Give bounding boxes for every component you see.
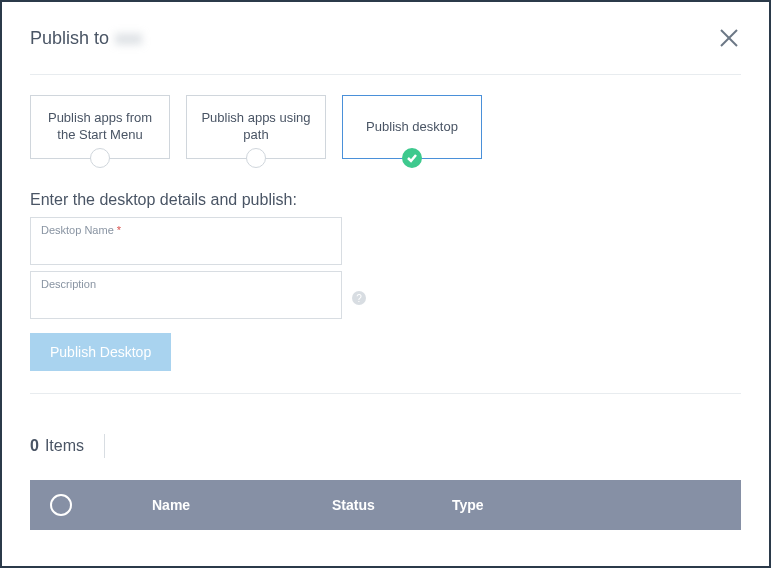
dialog-title: Publish to xxx: [30, 28, 142, 49]
col-type: Type: [452, 497, 721, 513]
close-icon[interactable]: [717, 26, 741, 50]
desktop-name-label: Desktop Name *: [41, 224, 121, 236]
section-label: Enter the desktop details and publish:: [30, 191, 741, 209]
tab-label: Publish desktop: [366, 119, 458, 136]
required-asterisk: *: [117, 224, 121, 236]
tab-label: Publish apps using path: [197, 110, 315, 144]
col-status: Status: [332, 497, 452, 513]
items-label: Items: [45, 437, 84, 455]
description-field-wrap: Description: [30, 271, 342, 319]
desktop-name-field-wrap: Desktop Name *: [30, 217, 342, 265]
items-count: 0: [30, 437, 39, 455]
publish-desktop-button[interactable]: Publish Desktop: [30, 333, 171, 371]
select-all-checkbox[interactable]: [50, 494, 72, 516]
table-header: Name Status Type: [30, 480, 741, 530]
divider: [30, 393, 741, 394]
dialog-header: Publish to xxx: [30, 26, 741, 75]
items-separator: [104, 434, 105, 458]
help-icon[interactable]: ?: [352, 291, 366, 305]
title-target: xxx: [115, 28, 142, 49]
tab-indicator-check-icon: [402, 148, 422, 168]
tab-using-path[interactable]: Publish apps using path: [186, 95, 326, 159]
tab-start-menu[interactable]: Publish apps from the Start Menu: [30, 95, 170, 159]
tab-indicator-icon: [90, 148, 110, 168]
col-name: Name: [152, 497, 332, 513]
description-row: Description ?: [30, 271, 741, 325]
description-label: Description: [41, 278, 96, 290]
tab-publish-desktop[interactable]: Publish desktop: [342, 95, 482, 159]
title-prefix: Publish to: [30, 28, 109, 49]
publish-tabs: Publish apps from the Start Menu Publish…: [30, 95, 741, 159]
tab-indicator-icon: [246, 148, 266, 168]
tab-label: Publish apps from the Start Menu: [41, 110, 159, 144]
items-count-row: 0 Items: [30, 434, 741, 458]
